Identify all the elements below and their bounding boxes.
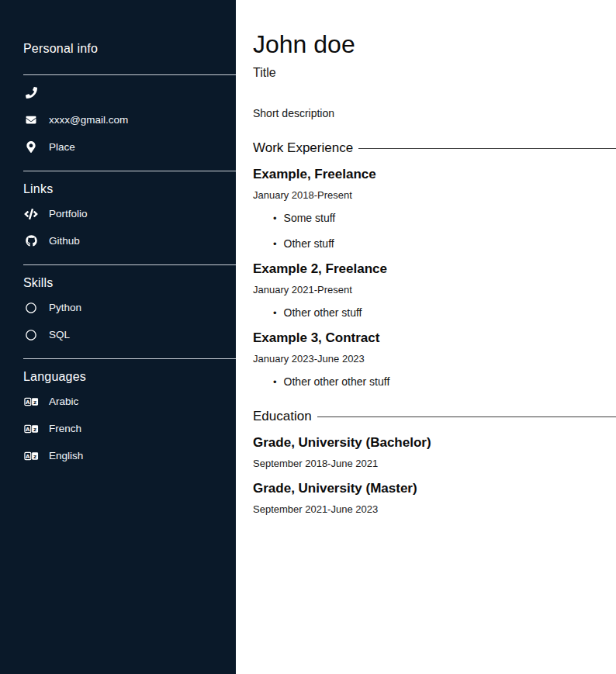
sidebar-section-title-links: Links: [23, 181, 236, 196]
section-header-education: Education: [253, 408, 616, 424]
bullet-item: Other other stuff: [273, 306, 616, 320]
entry-date: January 2021-Present: [253, 284, 616, 296]
code-icon: [23, 209, 39, 219]
skill-row: Python: [23, 297, 236, 318]
heading-rule: [317, 416, 616, 417]
divider: [23, 74, 236, 75]
person-name: John doe: [253, 31, 616, 58]
language-icon: Az: [23, 396, 39, 407]
entry-bullets: Other other other stuff: [253, 375, 616, 389]
sidebar-section-title-languages: Languages: [23, 369, 236, 384]
section-heading: Education: [253, 408, 312, 424]
entry-title: Example 2, Freelance: [253, 261, 616, 277]
contact-row-place: Place: [23, 137, 236, 157]
entry-date: January 2018-Present: [253, 189, 616, 202]
github-icon: [23, 235, 39, 247]
divider: [23, 171, 236, 171]
heading-rule: [358, 148, 616, 149]
circle-icon: [23, 302, 39, 313]
resume-body: John doe Title Short description Work Ex…: [236, 0, 616, 674]
bullet-item: Some stuff: [273, 212, 616, 225]
sidebar-section-title-personal-info: Personal info: [23, 41, 236, 56]
language-row: Az Arabic: [23, 391, 236, 412]
portfolio-link[interactable]: Portfolio: [49, 208, 88, 220]
bullet-item: Other other other stuff: [273, 375, 616, 389]
contact-list: xxxx@gmail.com Place: [23, 82, 236, 157]
phone-icon: [23, 87, 39, 99]
github-link[interactable]: Github: [49, 235, 80, 247]
entry-title: Grade, University (Bachelor): [253, 435, 616, 451]
entry-bullets: Other other stuff: [253, 306, 616, 320]
entry-date: September 2018-June 2021: [253, 458, 616, 470]
svg-text:z: z: [33, 453, 36, 459]
svg-text:z: z: [33, 426, 36, 432]
svg-text:A: A: [26, 399, 30, 405]
bullet-item: Other stuff: [273, 237, 616, 251]
svg-text:A: A: [26, 426, 30, 432]
language-icon: Az: [23, 423, 39, 434]
svg-text:z: z: [33, 399, 36, 405]
section-header-work-experience: Work Experience: [253, 140, 616, 156]
person-description: Short description: [253, 107, 616, 120]
circle-icon: [23, 330, 39, 340]
contact-row-email[interactable]: xxxx@gmail.com: [23, 109, 236, 130]
divider: [23, 358, 236, 359]
divider: [23, 264, 236, 265]
link-row-github[interactable]: Github: [23, 230, 236, 251]
skill-label: SQL: [49, 329, 70, 341]
entry-bullets: Some stuff Other stuff: [253, 212, 616, 251]
contact-row-phone: [23, 82, 236, 103]
email-value[interactable]: xxxx@gmail.com: [49, 114, 128, 126]
skill-label: Python: [49, 302, 81, 314]
language-label: Arabic: [49, 396, 78, 408]
entry-date: January 2023-June 2023: [253, 353, 616, 365]
entry-date: September 2021-June 2023: [253, 503, 616, 516]
language-label: English: [49, 450, 83, 462]
language-label: French: [49, 423, 81, 435]
language-icon: Az: [23, 451, 39, 461]
entry-title: Grade, University (Master): [253, 481, 616, 496]
entry-title: Example, Freelance: [253, 167, 616, 182]
skills-list: Python SQL: [23, 297, 236, 345]
language-row: Az English: [23, 445, 236, 466]
sidebar-section-title-skills: Skills: [23, 275, 236, 290]
location-icon: [23, 141, 39, 153]
skill-row: SQL: [23, 324, 236, 345]
entry-title: Example 3, Contract: [253, 330, 616, 346]
language-row: Az French: [23, 418, 236, 439]
languages-list: Az Arabic Az French Az English: [23, 391, 236, 466]
sidebar: Personal info xxxx@gmail.com Place Links: [0, 0, 236, 674]
envelope-icon: [23, 115, 39, 125]
links-list: Portfolio Github: [23, 203, 236, 251]
person-title: Title: [253, 65, 616, 80]
section-heading: Work Experience: [253, 140, 353, 156]
place-value: Place: [49, 141, 75, 154]
link-row-portfolio[interactable]: Portfolio: [23, 203, 236, 224]
svg-text:A: A: [26, 453, 30, 459]
